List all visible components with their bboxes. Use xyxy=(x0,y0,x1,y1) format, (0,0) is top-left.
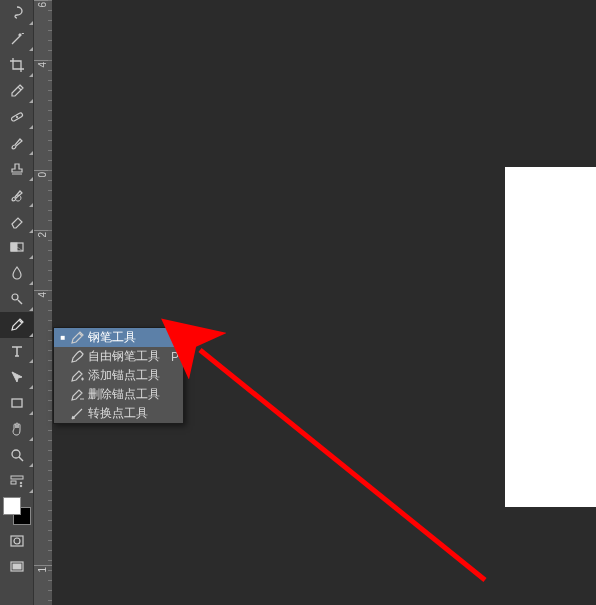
pen-icon xyxy=(68,330,86,346)
svg-point-9 xyxy=(20,482,22,484)
crop-tool[interactable] xyxy=(0,52,34,78)
ruler-label: 4 xyxy=(37,292,48,298)
brush-tool[interactable] xyxy=(0,130,34,156)
edit-toolbar[interactable] xyxy=(0,468,34,494)
rectangle-tool[interactable] xyxy=(0,390,34,416)
freeform-pen-tool-item[interactable]: 自由钢笔工具P xyxy=(54,347,183,366)
pen-tool-item[interactable]: ■钢笔工具P xyxy=(54,328,183,347)
delete-anchor-tool-item[interactable]: 删除锚点工具 xyxy=(54,385,183,404)
zoom-tool[interactable] xyxy=(0,442,34,468)
canvas-area[interactable] xyxy=(52,0,596,605)
ruler-label: 0 xyxy=(37,172,48,178)
foreground-color-swatch[interactable] xyxy=(3,497,21,515)
ruler-label: 6 xyxy=(37,2,48,8)
gradient-tool[interactable] xyxy=(0,234,34,260)
ruler-label: 2 xyxy=(37,232,48,238)
pen-plus-icon xyxy=(68,368,86,384)
magic-wand-tool[interactable] xyxy=(0,26,34,52)
svg-rect-7 xyxy=(11,476,23,479)
screen-mode-toggle[interactable] xyxy=(0,554,34,580)
svg-rect-3 xyxy=(11,243,17,251)
menu-item-label: 删除锚点工具 xyxy=(86,386,167,403)
active-indicator: ■ xyxy=(58,333,68,342)
ruler-label: 1 xyxy=(37,567,48,573)
svg-point-4 xyxy=(12,294,18,300)
ruler-label: 4 xyxy=(37,62,48,68)
eyedropper-tool[interactable] xyxy=(0,78,34,104)
menu-item-shortcut: P xyxy=(167,350,179,364)
clone-stamp-tool[interactable] xyxy=(0,156,34,182)
menu-item-shortcut: P xyxy=(167,331,179,345)
convert-icon xyxy=(68,406,86,422)
quick-mask-toggle[interactable] xyxy=(0,528,34,554)
svg-point-12 xyxy=(14,538,20,544)
lasso-tool[interactable] xyxy=(0,0,34,26)
svg-point-10 xyxy=(20,485,22,487)
convert-point-tool-item[interactable]: 转换点工具 xyxy=(54,404,183,423)
document-canvas[interactable] xyxy=(505,167,596,507)
menu-item-label: 转换点工具 xyxy=(86,405,167,422)
svg-rect-5 xyxy=(12,399,22,407)
menu-item-label: 钢笔工具 xyxy=(86,329,167,346)
eraser-tool[interactable] xyxy=(0,208,34,234)
path-selection-tool[interactable] xyxy=(0,364,34,390)
menu-item-label: 添加锚点工具 xyxy=(86,367,167,384)
menu-item-label: 自由钢笔工具 xyxy=(86,348,167,365)
svg-rect-14 xyxy=(13,564,21,569)
svg-rect-8 xyxy=(11,481,16,484)
freepen-icon xyxy=(68,349,86,365)
history-brush-tool[interactable] xyxy=(0,182,34,208)
tools-panel xyxy=(0,0,34,605)
vertical-ruler: 640241 xyxy=(34,0,52,605)
type-tool[interactable] xyxy=(0,338,34,364)
add-anchor-tool-item[interactable]: 添加锚点工具 xyxy=(54,366,183,385)
healing-brush-tool[interactable] xyxy=(0,104,34,130)
hand-tool[interactable] xyxy=(0,416,34,442)
pen-minus-icon xyxy=(68,387,86,403)
blur-tool[interactable] xyxy=(0,260,34,286)
color-swatches[interactable] xyxy=(0,494,34,528)
pen-tool-flyout: ■钢笔工具P自由钢笔工具P添加锚点工具删除锚点工具转换点工具 xyxy=(53,327,184,424)
pen-tool[interactable] xyxy=(0,312,34,338)
svg-point-6 xyxy=(12,450,20,458)
dodge-tool[interactable] xyxy=(0,286,34,312)
svg-point-1 xyxy=(16,116,17,117)
